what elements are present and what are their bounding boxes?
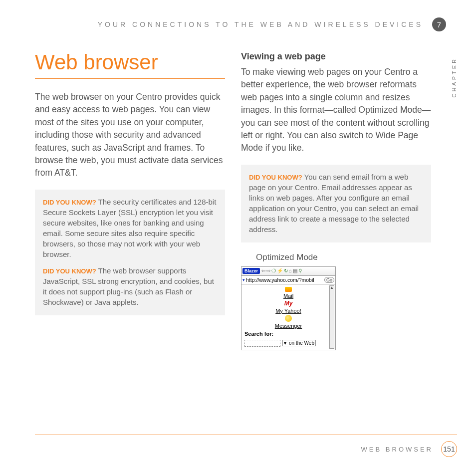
chapter-label: CHAPTER <box>451 57 457 98</box>
dyk-label: DID YOU KNOW? <box>43 199 96 206</box>
dyk-text: The security certificates and 128-bit Se… <box>43 198 216 258</box>
url-text: http://www.yahoo.com/?mobil <box>246 277 323 283</box>
page-number: 151 <box>441 441 457 457</box>
did-you-know-box-left: DID YOU KNOW? The security certificates … <box>35 190 225 315</box>
intro-paragraph: The web browser on your Centro provides … <box>35 91 225 180</box>
running-head: YOUR CONNECTIONS TO THE WEB AND WIRELESS… <box>98 20 423 28</box>
go-button: Go <box>324 277 334 283</box>
browser-screenshot: Blazer ⇦ ⇨ ❍ ⚡ ↻ ⌂ ▤ ⚲ ▾ http://www.yaho… <box>241 266 336 350</box>
page-icon: ▤ <box>293 268 297 273</box>
page-header: YOUR CONNECTIONS TO THE WEB AND WIRELESS… <box>35 17 446 31</box>
dyk-item-2: DID YOU KNOW? The web browser supports J… <box>43 265 217 307</box>
dyk-item-1: DID YOU KNOW? The security certificates … <box>43 197 217 259</box>
screenshot-caption: Optimized Mode <box>256 252 431 262</box>
section-title: Web browser <box>35 50 225 74</box>
forward-icon: ⇨ <box>266 268 270 273</box>
toolbar-icons: ⇦ ⇨ ❍ ⚡ ↻ ⌂ ▤ ⚲ <box>261 268 302 273</box>
link-mail: Mail <box>242 293 334 299</box>
search-scope-dropdown: on the Web <box>282 340 316 346</box>
link-myyahoo: My Yahoo! <box>242 308 334 314</box>
right-column: Viewing a web page To make viewing web p… <box>241 46 431 350</box>
dropdown-icon: ▾ <box>242 277 245 282</box>
home-icon: ⌂ <box>289 268 292 273</box>
search-label: Search for: <box>242 331 334 337</box>
chapter-number-badge: 7 <box>432 17 446 31</box>
link-messenger: Messenger <box>242 323 334 329</box>
search-row: on the Web <box>242 340 334 347</box>
scrollbar <box>329 285 334 349</box>
my-icon: My <box>242 300 334 307</box>
messenger-icon <box>285 315 292 322</box>
subsection-heading: Viewing a web page <box>241 51 431 62</box>
browser-brand: Blazer <box>242 268 260 274</box>
footer-section-label: WEB BROWSER <box>361 446 433 453</box>
globe-icon: ❍ <box>271 268 276 273</box>
dyk-label: DID YOU KNOW? <box>43 267 96 275</box>
lightning-icon: ⚡ <box>277 268 283 273</box>
refresh-icon: ↻ <box>284 268 288 273</box>
dyk-text: You can send email from a web page on yo… <box>249 173 419 234</box>
mail-icon <box>285 287 292 292</box>
back-icon: ⇦ <box>261 268 265 273</box>
search-input <box>244 340 280 347</box>
screenshot-body: Mail My My Yahoo! Messenger Search for: … <box>241 284 335 350</box>
did-you-know-box-right: DID YOU KNOW? You can send email from a … <box>241 165 431 242</box>
dyk-label: DID YOU KNOW? <box>249 174 302 181</box>
page-footer: WEB BROWSER 151 <box>35 435 457 457</box>
title-rule <box>35 78 225 79</box>
left-column: Web browser The web browser on your Cent… <box>35 46 225 350</box>
subsection-paragraph: To make viewing web pages on your Centro… <box>241 66 431 155</box>
tool-icon: ⚲ <box>298 268 302 273</box>
screenshot-toolbar: Blazer ⇦ ⇨ ❍ ⚡ ↻ ⌂ ▤ ⚲ <box>241 267 335 276</box>
dyk-item: DID YOU KNOW? You can send email from a … <box>249 172 423 235</box>
url-bar: ▾ http://www.yahoo.com/?mobil Go <box>241 276 335 284</box>
